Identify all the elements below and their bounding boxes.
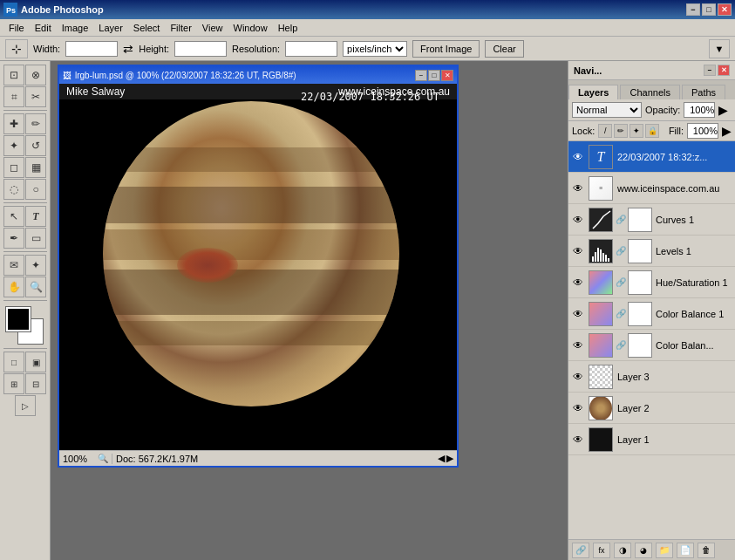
doc-minimize-button[interactable]: −: [415, 70, 427, 81]
layer-eye-layer2[interactable]: 👁: [570, 400, 586, 416]
layer-item-hue-saturation[interactable]: 👁 🔗 Hue/Saturation 1: [568, 267, 735, 298]
menu-layer[interactable]: Layer: [93, 22, 128, 34]
layer-item-layer1[interactable]: 👁 Layer 1: [568, 424, 735, 455]
tool-notes[interactable]: ✉: [3, 255, 24, 276]
layer-item-timestamp[interactable]: 👁 T 22/03/2007 18:32:z...: [568, 141, 735, 173]
tool-gradient[interactable]: ▦: [25, 157, 46, 178]
layer-item-levels[interactable]: 👁: [568, 236, 735, 267]
tool-eyedropper[interactable]: ✦: [25, 255, 46, 276]
menu-select[interactable]: Select: [128, 22, 166, 34]
menu-image[interactable]: Image: [57, 22, 94, 34]
new-layer-button[interactable]: 📄: [677, 543, 694, 558]
layer-item-colorbalance1[interactable]: 👁 🔗 Color Balance 1: [568, 298, 735, 330]
lock-paint-button[interactable]: ✏: [614, 124, 628, 138]
layer-item-website[interactable]: 👁 ≡ www.iceinspace.com.au: [568, 173, 735, 204]
resolution-unit-select[interactable]: pixels/inch pixels/cm: [343, 41, 407, 57]
menu-filter[interactable]: Filter: [165, 22, 196, 34]
link-layers-button[interactable]: 🔗: [572, 543, 589, 558]
scroll-right[interactable]: ▶: [446, 453, 453, 464]
zoom-icon[interactable]: 🔍: [98, 454, 108, 463]
opacity-expand-icon[interactable]: ▶: [718, 103, 728, 117]
scroll-left[interactable]: ◀: [438, 453, 445, 464]
tool-jump-imageready[interactable]: ▷: [15, 395, 36, 416]
menu-window[interactable]: Window: [228, 22, 273, 34]
layer-chain-levels[interactable]: 🔗: [616, 243, 626, 259]
tool-crop[interactable]: ⌗: [3, 86, 24, 107]
tool-zoom[interactable]: 🔍: [25, 277, 46, 297]
menu-file[interactable]: File: [3, 22, 30, 34]
fill-expand-icon[interactable]: ▶: [722, 124, 732, 138]
layer-eye-colorbalance2[interactable]: 👁: [570, 338, 586, 353]
tool-marquee-rect[interactable]: ⊡: [3, 65, 24, 85]
tool-dodge[interactable]: ○: [25, 179, 46, 200]
options-extra-button[interactable]: ▼: [709, 39, 730, 58]
new-fill-layer-button[interactable]: ◕: [635, 543, 652, 558]
tool-standard-screen[interactable]: ⊞: [3, 373, 24, 394]
close-button[interactable]: ✕: [718, 3, 732, 16]
layer-item-layer2[interactable]: 👁 Layer 2: [568, 393, 735, 424]
front-image-button[interactable]: Front Image: [412, 40, 480, 58]
layer-mask-levels: [628, 239, 652, 263]
resolution-input[interactable]: [285, 41, 337, 57]
tool-type[interactable]: T: [25, 206, 46, 227]
tab-paths[interactable]: Paths: [682, 85, 725, 99]
layer-chain-curves[interactable]: 🔗: [616, 212, 626, 228]
layer-chain-colorbalance1[interactable]: 🔗: [616, 306, 626, 322]
menu-edit[interactable]: Edit: [30, 22, 57, 34]
tool-quick-mask[interactable]: ▣: [25, 352, 46, 372]
panel-close[interactable]: ✕: [718, 65, 730, 76]
doc-maximize-button[interactable]: □: [428, 70, 440, 81]
height-input[interactable]: [174, 41, 227, 57]
tool-marquee-lasso[interactable]: ⊗: [25, 65, 46, 85]
maximize-button[interactable]: □: [702, 3, 716, 16]
tool-shape[interactable]: ▭: [25, 228, 46, 249]
tab-layers[interactable]: Layers: [568, 85, 618, 99]
width-input[interactable]: [65, 41, 118, 57]
layer-eye-colorbalance1[interactable]: 👁: [570, 306, 586, 322]
fill-input[interactable]: [687, 123, 718, 139]
tool-healing[interactable]: ✚: [3, 113, 24, 134]
layer-item-curves[interactable]: 👁 🔗 Curves 1: [568, 204, 735, 236]
tool-preset-picker[interactable]: ⊹: [5, 39, 28, 58]
layer-eye-website[interactable]: 👁: [570, 181, 586, 196]
menu-view[interactable]: View: [197, 22, 228, 34]
document-canvas[interactable]: 22/03/2007 18:32:26 UT Mike Salway www.i…: [59, 84, 457, 450]
panel-minimize[interactable]: −: [704, 65, 716, 76]
tool-clone-stamp[interactable]: ✦: [3, 135, 24, 156]
layer-mask-button[interactable]: ◑: [614, 543, 631, 558]
tool-history-brush[interactable]: ↺: [25, 135, 46, 156]
tool-eraser[interactable]: ◻: [3, 157, 24, 178]
tool-standard-mode[interactable]: □: [3, 352, 24, 372]
layer-eye-hue[interactable]: 👁: [570, 275, 586, 290]
tool-blur[interactable]: ◌: [3, 179, 24, 200]
tool-hand[interactable]: ✋: [3, 277, 24, 297]
layer-eye-layer1[interactable]: 👁: [570, 432, 586, 447]
foreground-color-swatch[interactable]: [6, 307, 31, 331]
tool-pen[interactable]: ✒: [3, 228, 24, 249]
layer-item-layer3[interactable]: 👁 Layer 3: [568, 361, 735, 393]
clear-button[interactable]: Clear: [485, 40, 523, 58]
layer-chain-colorbalance2[interactable]: 🔗: [616, 338, 626, 353]
delete-layer-button[interactable]: 🗑: [698, 543, 715, 558]
blend-mode-select[interactable]: Normal Multiply Screen Overlay: [572, 102, 642, 118]
tool-slice[interactable]: ✂: [25, 86, 46, 107]
layer-item-colorbalance2[interactable]: 👁 🔗 Color Balan...: [568, 330, 735, 361]
layer-eye-levels[interactable]: 👁: [570, 243, 586, 259]
tab-channels[interactable]: Channels: [620, 85, 679, 99]
tool-full-screen[interactable]: ⊟: [25, 373, 46, 394]
layer-eye-curves[interactable]: 👁: [570, 212, 586, 228]
menu-help[interactable]: Help: [273, 22, 303, 34]
minimize-button[interactable]: −: [686, 3, 700, 16]
lock-transparency-button[interactable]: /: [598, 124, 612, 138]
layer-chain-hue[interactable]: 🔗: [616, 275, 626, 290]
new-group-button[interactable]: 📁: [656, 543, 673, 558]
layer-eye-layer3[interactable]: 👁: [570, 369, 586, 385]
tool-path-select[interactable]: ↖: [3, 206, 24, 227]
opacity-input[interactable]: [684, 102, 715, 118]
lock-all-button[interactable]: 🔒: [645, 124, 659, 138]
lock-move-button[interactable]: ✦: [630, 124, 643, 138]
layer-eye-timestamp[interactable]: 👁: [570, 149, 586, 165]
layer-style-button[interactable]: fx: [593, 543, 610, 558]
tool-brush[interactable]: ✏: [25, 113, 46, 134]
doc-close-button[interactable]: ✕: [441, 70, 453, 81]
